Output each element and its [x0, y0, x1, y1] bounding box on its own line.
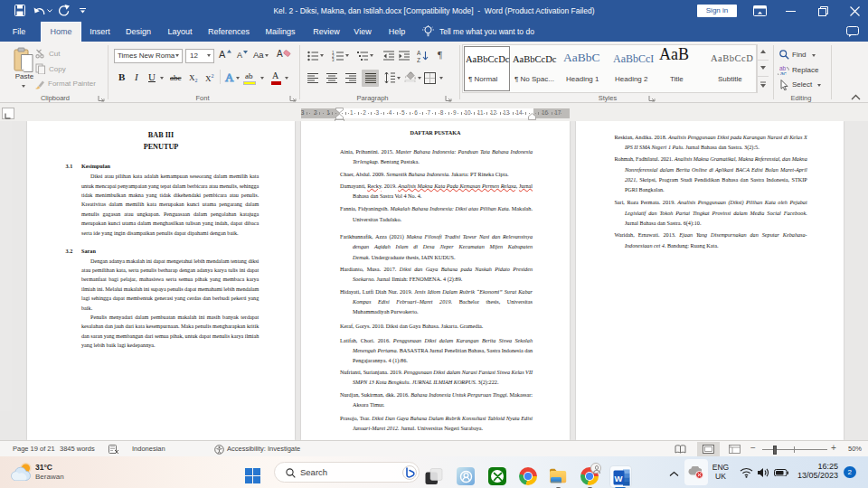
svg-text:3: 3 — [332, 58, 335, 61]
svg-text:A: A — [225, 71, 234, 83]
svg-text:W: W — [614, 473, 622, 483]
svg-text:ac: ac — [780, 70, 788, 75]
svg-text:A: A — [417, 50, 421, 56]
svg-text:Z: Z — [417, 57, 420, 63]
